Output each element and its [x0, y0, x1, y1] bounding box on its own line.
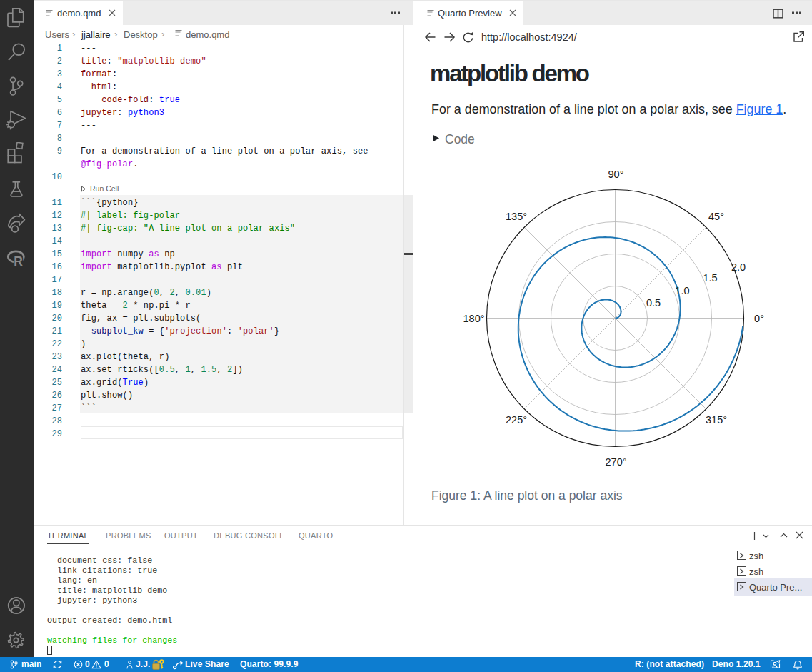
svg-text:R: R [14, 254, 23, 269]
svg-text:1.5: 1.5 [703, 271, 717, 283]
svg-text:270°: 270° [605, 456, 626, 468]
svg-text:2.0: 2.0 [731, 261, 745, 272]
svg-text:135°: 135° [506, 210, 527, 221]
svg-text:1.0: 1.0 [675, 285, 689, 296]
svg-text:225°: 225° [506, 414, 527, 426]
svg-text:180°: 180° [463, 313, 484, 324]
svg-text:45°: 45° [708, 210, 724, 221]
svg-text:0°: 0° [754, 313, 764, 324]
svg-text:90°: 90° [608, 169, 623, 180]
svg-text:0.5: 0.5 [646, 296, 660, 308]
svg-text:315°: 315° [706, 414, 727, 426]
